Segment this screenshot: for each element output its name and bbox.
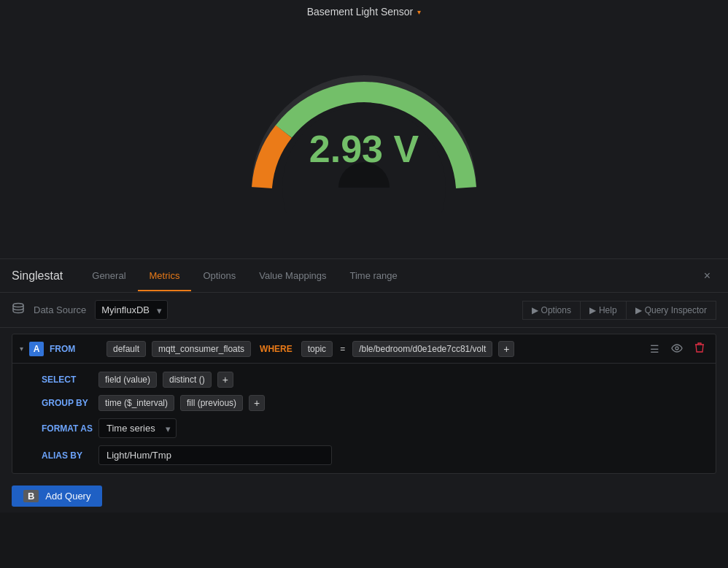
panel-title[interactable]: Basement Light Sensor ▾ (307, 6, 422, 18)
query-from-row: ▾ A FROM default mqtt_consumer_floats WH… (12, 334, 716, 364)
add-where-button[interactable]: + (498, 341, 514, 357)
chevron-right-icon-qi: ▶ (635, 305, 642, 315)
from-table-pill[interactable]: mqtt_consumer_floats (152, 341, 251, 357)
editor-section: Singlestat General Metrics Options Value… (0, 259, 728, 513)
query-row-a: ▾ A FROM default mqtt_consumer_floats WH… (12, 334, 716, 474)
format-as-row: FORMAT AS Time series (12, 415, 716, 442)
select-row: SELECT field (value) distinct () + (12, 368, 716, 391)
alias-by-input[interactable] (98, 445, 332, 465)
alias-by-row: ALIAS BY (12, 442, 716, 469)
group-by-row: GROUP BY time ($_interval) fill (previou… (12, 391, 716, 415)
equals-sign: = (338, 344, 346, 354)
panel-title-chevron-icon: ▾ (417, 8, 421, 16)
panel-title-text: Basement Light Sensor (307, 6, 414, 18)
query-body: SELECT field (value) distinct () + GROUP… (12, 364, 716, 473)
query-actions: ☰ (646, 340, 708, 357)
chevron-right-icon: ▶ (532, 305, 538, 315)
panel-title-bar: Basement Light Sensor ▾ (0, 0, 728, 23)
where-value-pill[interactable]: /ble/bedroom/d0e1ede7cc81/volt (352, 341, 492, 357)
query-toggle-visibility-button[interactable] (667, 342, 686, 356)
query-letter-b: B (23, 490, 39, 502)
gauge-value: 2.93 V (309, 127, 419, 171)
svg-point-1 (13, 303, 23, 307)
tab-time-range[interactable]: Time range (338, 261, 408, 291)
datasource-row: Data Source MyinfluxDB ▶ Options ▶ Help … (0, 293, 728, 328)
tab-options[interactable]: Options (191, 261, 247, 291)
group-fill-pill[interactable]: fill (previous) (180, 395, 243, 411)
add-query-button[interactable]: B Add Query (12, 486, 102, 507)
visualization-panel: Basement Light Sensor ▾ 2.93 V (0, 0, 728, 259)
query-inspector-button[interactable]: ▶ Query Inspector (627, 301, 716, 320)
tab-metrics[interactable]: Metrics (138, 261, 192, 291)
tab-value-mappings[interactable]: Value Mappings (247, 261, 338, 291)
database-icon (12, 302, 25, 318)
chevron-right-icon-help: ▶ (589, 305, 596, 315)
group-time-pill[interactable]: time ($_interval) (98, 395, 174, 411)
datasource-select-wrapper[interactable]: MyinfluxDB (95, 300, 168, 320)
close-button[interactable]: × (698, 266, 716, 285)
tab-general[interactable]: General (80, 261, 137, 291)
select-fn-pill[interactable]: distinct () (163, 372, 212, 388)
svg-point-2 (675, 347, 678, 350)
datasource-label: Data Source (34, 304, 86, 315)
group-by-keyword: GROUP BY (42, 398, 93, 408)
options-button[interactable]: ▶ Options (522, 301, 581, 320)
panel-type-name: Singlestat (12, 269, 63, 283)
datasource-select[interactable]: MyinfluxDB (95, 300, 168, 320)
format-as-select[interactable]: Time series (98, 418, 177, 438)
action-buttons: ▶ Options ▶ Help ▶ Query Inspector (522, 301, 716, 320)
add-query-row: B Add Query (0, 480, 728, 513)
where-keyword: WHERE (257, 344, 295, 354)
select-keyword: SELECT (42, 375, 93, 385)
format-select-wrapper[interactable]: Time series (98, 418, 177, 438)
format-as-keyword: FORMAT AS (42, 423, 93, 434)
from-default-pill[interactable]: default (107, 341, 146, 357)
add-select-button[interactable]: + (217, 372, 233, 388)
query-delete-button[interactable] (691, 340, 708, 357)
query-letter-a: A (29, 342, 44, 356)
gauge-container: 2.93 V (0, 0, 728, 258)
query-menu-button[interactable]: ☰ (646, 342, 663, 356)
tabs-bar: Singlestat General Metrics Options Value… (0, 259, 728, 293)
select-field-pill[interactable]: field (value) (98, 372, 157, 388)
alias-by-keyword: ALIAS BY (42, 450, 93, 461)
where-field-pill[interactable]: topic (301, 341, 333, 357)
from-keyword: FROM (50, 344, 101, 354)
query-collapse-icon[interactable]: ▾ (20, 345, 23, 353)
help-button[interactable]: ▶ Help (581, 301, 627, 320)
gauge-wrapper: 2.93 V (225, 53, 503, 228)
add-group-button[interactable]: + (249, 395, 265, 411)
query-container: ▾ A FROM default mqtt_consumer_floats WH… (0, 328, 728, 474)
